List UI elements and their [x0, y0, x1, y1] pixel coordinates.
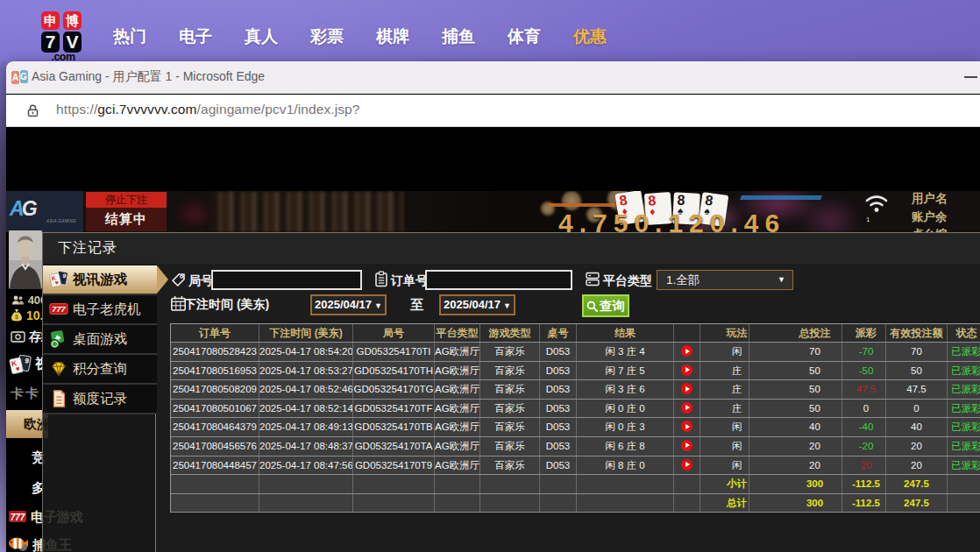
cell-result: 闲 8 庄 0	[577, 456, 674, 475]
url-text[interactable]: https://gci.7vvvvvv.com/agingame/pcv1/in…	[56, 102, 360, 117]
cell-play	[674, 343, 700, 361]
cell-play	[674, 380, 700, 399]
empty-cell	[480, 494, 540, 513]
nav-item-hot[interactable]: 热门	[113, 25, 146, 48]
stop-betting-label: 停止下注	[86, 192, 167, 208]
play-video-button[interactable]	[681, 364, 692, 376]
sidebar-item-points[interactable]: 积分查询	[43, 355, 157, 385]
balance-amount: 4.750.120.46	[558, 209, 785, 232]
subtotal-valid: 247.5	[886, 475, 948, 493]
cell-payout: 0	[842, 400, 886, 418]
cell-total: 20	[749, 437, 842, 456]
nav-cards-label: 卡卡	[11, 386, 40, 400]
nav-item-live[interactable]: 真人	[245, 25, 278, 48]
cell-valid: 50	[886, 362, 948, 380]
cell-bet: 庄	[700, 400, 749, 418]
sidebar-item-label: 电子老虎机	[73, 301, 141, 319]
svg-text:$: $	[15, 314, 18, 321]
nav-item-promo[interactable]: 优惠	[573, 25, 607, 48]
empty-cell	[480, 475, 540, 493]
subtotal-label: 小计	[700, 475, 749, 493]
table-row: 250417080456576 2025-04-17 08:48:37 GD05…	[171, 437, 980, 456]
minimize-icon[interactable]	[964, 76, 977, 78]
cell-round: GD053254170TA	[353, 437, 435, 456]
play-video-button[interactable]	[681, 459, 692, 471]
play-video-button[interactable]	[681, 383, 692, 394]
play-video-button[interactable]	[681, 440, 692, 451]
lobby-cards-icon: 9 K ♥	[9, 355, 32, 375]
nav-item-lottery[interactable]: 彩票	[310, 25, 344, 48]
cell-bet: 闲	[700, 343, 749, 361]
platform-select-value: 1.全部	[666, 273, 699, 287]
cell-status: 已派彩	[948, 362, 980, 380]
lobby-nav-cards[interactable]: 卡卡	[11, 386, 40, 402]
players-icon	[11, 295, 25, 305]
sidebar-item-table-games[interactable]: ♣ 桌面游戏	[43, 325, 157, 355]
cell-table_no: D053	[540, 380, 577, 399]
cell-order: 250417080508209	[171, 380, 259, 399]
site-header: 申 博 7 V .com 热门 电子 真人 彩票 棋牌 捕鱼 体育 优惠	[0, 0, 980, 61]
nav-item-sports[interactable]: 体育	[508, 25, 541, 48]
nav-item-fishing[interactable]: 捕鱼	[442, 25, 475, 48]
window-title: Asia Gaming - 用户配置 1 - Microsoft Edge	[32, 69, 265, 85]
cell-valid: 0	[886, 400, 948, 418]
cell-bet: 庄	[700, 362, 749, 380]
date-to-arrow-icon: ▼	[503, 301, 511, 310]
grandtotal-valid: 247.5	[886, 494, 948, 513]
cell-round: GD053254170TH	[353, 362, 435, 380]
col-header-result: 结果	[577, 324, 674, 343]
cell-payout: -40	[842, 418, 886, 436]
empty-cell	[259, 475, 353, 493]
cell-table_no: D053	[540, 362, 577, 380]
platform-icon	[585, 271, 601, 287]
sidebar-item-label: 额度记录	[73, 390, 127, 408]
address-bar[interactable]: https://gci.7vvvvvv.com/agingame/pcv1/in…	[6, 95, 980, 127]
date-from-picker[interactable]: 2025/04/17▼	[310, 294, 387, 315]
cell-order: 250417080448457	[171, 456, 259, 475]
cell-payout: 20	[842, 456, 886, 475]
platform-select[interactable]: 1.全部 ▼	[657, 270, 793, 290]
play-video-button[interactable]	[681, 345, 692, 357]
wifi-icon	[863, 191, 890, 214]
play-video-button[interactable]	[681, 402, 692, 414]
sidebar-item-label: 桌面游戏	[73, 330, 127, 349]
score-line-orange	[547, 203, 623, 207]
user-avatar[interactable]	[9, 230, 42, 289]
sidebar-item-slots[interactable]: 777 电子老虎机	[43, 295, 157, 325]
slot-machine-icon: 777	[49, 300, 68, 319]
cell-round: GD053254170T9	[353, 456, 435, 475]
cell-valid: 20	[886, 437, 948, 456]
cell-platform: AG欧洲厅	[435, 362, 480, 380]
col-header-table_no: 桌号	[540, 324, 577, 343]
ag-logo-g: G	[22, 197, 35, 220]
sidebar-item-video-games[interactable]: 9 K ♥ 视讯游戏	[43, 265, 157, 295]
nav-item-chess[interactable]: 棋牌	[376, 25, 409, 48]
cell-valid: 70	[886, 343, 948, 361]
stream-curtain-blur	[210, 191, 403, 232]
search-button[interactable]: 查询	[582, 294, 629, 317]
cell-platform: AG欧洲厅	[435, 456, 480, 475]
play-video-button[interactable]	[681, 421, 692, 432]
cell-platform: AG欧洲厅	[435, 400, 480, 418]
table-row: 250417080508209 2025-04-17 08:52:46 GD05…	[171, 380, 980, 400]
cell-valid: 47.5	[886, 380, 948, 399]
date-to-picker[interactable]: 2025/04/17▼	[439, 294, 515, 315]
round-input[interactable]	[211, 270, 362, 290]
cell-payout: -20	[842, 437, 886, 456]
table-row: 250417080516953 2025-04-17 08:53:27 GD05…	[171, 362, 980, 381]
empty-cell	[540, 494, 577, 513]
url-scheme: https://	[56, 102, 97, 117]
browser-window: A G Asia Gaming - 用户配置 1 - Microsoft Edg…	[6, 61, 980, 552]
magnifier-icon	[586, 301, 598, 312]
col-header-order: 订单号	[171, 324, 259, 343]
order-input[interactable]	[425, 270, 572, 290]
site-logo[interactable]: 申 博 7 V .com	[41, 7, 85, 61]
user-name-label: 用户名	[912, 192, 980, 206]
cell-order: 250417080516953	[171, 362, 259, 380]
round-filter-label: 局号	[188, 273, 213, 289]
nav-item-slots[interactable]: 电子	[179, 25, 212, 48]
cell-game: 百家乐	[480, 343, 540, 361]
sidebar-item-credit[interactable]: 额度记录	[43, 385, 157, 414]
window-titlebar[interactable]: A G Asia Gaming - 用户配置 1 - Microsoft Edg…	[6, 61, 980, 94]
cell-time: 2025-04-17 08:52:46	[259, 380, 353, 399]
